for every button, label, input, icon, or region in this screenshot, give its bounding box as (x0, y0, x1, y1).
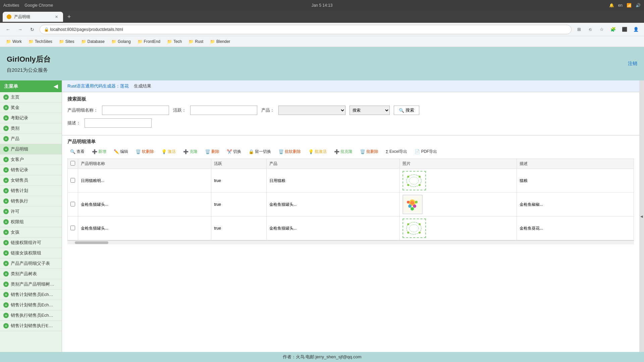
col-active: 活跃 (211, 159, 266, 169)
row-checkbox[interactable] (70, 202, 75, 206)
url-bar[interactable]: 🔒 localhost:8082/pages/productdetails.ht… (40, 25, 572, 34)
bookmark-blender[interactable]: 📁 Blender (207, 38, 233, 45)
sidebar-item-label: 权限组 (11, 219, 24, 225)
row-checkbox[interactable] (70, 178, 75, 183)
activities-label[interactable]: Activities (3, 3, 19, 8)
select-all-checkbox[interactable] (70, 161, 75, 166)
bookmark-golang[interactable]: 📁 Golang (109, 38, 133, 45)
product-select[interactable] (278, 106, 345, 115)
soft-delete-button[interactable]: 🗑️ 软删除 (133, 147, 157, 156)
col-description: 描述 (517, 159, 634, 169)
sidebar-item-product[interactable]: 产品 (0, 134, 62, 144)
view-button[interactable]: 🔍 查看 (67, 147, 87, 156)
keep-one-toggle-button[interactable]: 🔒 留一切换 (246, 147, 274, 156)
row-checkbox[interactable] (70, 226, 75, 230)
bookmark-frontend[interactable]: 📁 FrontEnd (135, 38, 163, 45)
excel-export-button[interactable]: Σ Excel导出 (383, 147, 410, 156)
sales-plan-icon (3, 188, 9, 193)
sales-record-icon (3, 167, 9, 173)
reload-button[interactable]: ↻ (28, 25, 37, 34)
sidebar-item-link-role-perm[interactable]: 链接权限组许可 (0, 238, 62, 248)
logout-button[interactable]: 注销 (628, 61, 637, 67)
bookmark-sites[interactable]: 📁 Sites (56, 38, 77, 45)
search-button[interactable]: 🔍 搜索 (394, 106, 419, 115)
share-icon[interactable]: ⎋ (586, 25, 595, 34)
description-input[interactable] (85, 118, 152, 128)
search-panel: 搜索面板 产品明细名称： 活跃： 产品： 搜索 🔍 搜索 描述： (62, 92, 639, 135)
h-scrollbar[interactable] (67, 240, 634, 244)
bookmark-work[interactable]: 📁 Work (3, 38, 24, 45)
sidebar-item-saleswoman[interactable]: 女销售员 (0, 175, 62, 186)
row-name: 金枪鱼猫罐头... (78, 217, 211, 240)
activate-button[interactable]: 💡 激活 (159, 147, 178, 156)
role-icon (3, 219, 9, 225)
folder-icon: 📁 (138, 39, 143, 44)
bookmark-database[interactable]: 📁 Database (78, 38, 107, 45)
bookmark-rust[interactable]: 📁 Rust (186, 38, 206, 45)
sidebar-item-exec-echarts[interactable]: 销售执行销售员Echarts (0, 310, 62, 321)
view-icon: 🔍 (70, 149, 75, 154)
sidebar-item-product-child[interactable]: 产品产品明细父子表 (0, 258, 62, 269)
sidebar-item-cat-prod-tree[interactable]: 类别产品产品明细树父... (0, 279, 62, 290)
sidebar-item-permission[interactable]: 许可 (0, 206, 62, 217)
sidebar-item-plan-exec-echarts[interactable]: 销售计划销售执行Echa (0, 321, 62, 331)
h-scrollbar-thumb[interactable] (75, 241, 108, 244)
sidebar-item-plan-echarts1[interactable]: 销售计划销售员Echarts (0, 290, 62, 300)
sidebar-item-girl[interactable]: 女孩 (0, 227, 62, 238)
sidebar-item-role[interactable]: 权限组 (0, 217, 62, 227)
soft-delete-icon: 🗑️ (136, 149, 141, 154)
edit-button[interactable]: ✏️ 编辑 (111, 147, 131, 156)
profile-icon[interactable]: 👤 (631, 25, 641, 34)
sidebar-item-home[interactable]: 主页 (0, 92, 62, 103)
bookmark-techsites[interactable]: 📁 TechSites (26, 38, 55, 45)
sidebar-item-category-tree[interactable]: 类别产品树表 (0, 269, 62, 279)
sidebar-item-plan-echarts2[interactable]: 销售计划销售员Echarts (0, 300, 62, 310)
right-panel-toggle[interactable]: ◀ (639, 80, 644, 352)
clone-button[interactable]: ➕ 克隆 (180, 147, 200, 156)
svg-point-4 (419, 176, 421, 178)
sidebar-item-attendance[interactable]: 考勤记录 (0, 113, 62, 123)
sidebar-item-sales-exec[interactable]: 销售执行 (0, 196, 62, 206)
sidebar-toggle-button[interactable]: ◀ (54, 83, 58, 89)
edit-icon: ✏️ (114, 149, 119, 154)
add-button[interactable]: ➕ 新增 (89, 147, 109, 156)
sidebar-title: 主菜单 (4, 83, 18, 89)
sidebar-item-bonus[interactable]: 奖金 (0, 103, 62, 113)
name-input[interactable] (102, 106, 169, 115)
batch-soft-delete-button[interactable]: 🗑️ 批软删除 (276, 147, 304, 156)
delete-icon: 🗑️ (205, 149, 210, 154)
batch-clone-button[interactable]: ➕ 批克隆 (331, 147, 355, 156)
translate-icon[interactable]: ⊞ (574, 25, 584, 34)
sidebar-item-label: 销售计划销售员Echarts (11, 302, 54, 308)
browser-name-label: Google Chrome (24, 3, 53, 8)
search-type-select[interactable]: 搜索 (350, 106, 390, 115)
sidebar-item-sales-plan[interactable]: 销售计划 (0, 186, 62, 196)
bell-icon: 🔔 (609, 3, 614, 8)
tab-close-button[interactable]: ✕ (54, 14, 59, 19)
sidebar-item-sales-record[interactable]: 销售记录 (0, 165, 62, 175)
batch-delete-button[interactable]: 🗑️ 批删除 (357, 147, 381, 156)
folder-icon: 📁 (29, 39, 34, 44)
breadcrumb-generator[interactable]: Rust语言通用代码生成器：莲花 (67, 83, 129, 89)
pdf-label: PDF导出 (421, 149, 437, 155)
product-child-icon (3, 261, 9, 266)
batch-activate-button[interactable]: 💡 批激活 (306, 147, 329, 156)
pdf-export-button[interactable]: 📄 PDF导出 (412, 147, 440, 156)
new-tab-button[interactable]: + (64, 12, 74, 21)
sidebar-item-product-detail[interactable]: 产品明细 (0, 144, 62, 155)
add-icon: ➕ (92, 149, 97, 154)
active-input[interactable] (190, 106, 257, 115)
sidebar-item-link-girl-role[interactable]: 链接女孩权限组 (0, 248, 62, 258)
sidebar-item-category[interactable]: 类别 (0, 123, 62, 134)
sidebar-item-label: 女孩 (11, 229, 19, 235)
delete-button[interactable]: 🗑️ 删除 (202, 147, 222, 156)
sidebar-item-customer[interactable]: 女客户 (0, 155, 62, 165)
bookmark-tech[interactable]: 📁 Tech (164, 38, 184, 45)
active-tab[interactable]: 产品明细 ✕ (3, 12, 63, 22)
bookmark-icon[interactable]: ☆ (597, 25, 606, 34)
back-button[interactable]: ← (3, 25, 13, 34)
extensions-icon[interactable]: 🧩 (608, 25, 618, 34)
forward-button[interactable]: → (15, 25, 25, 34)
toggle-button[interactable]: ✂️ 切换 (224, 147, 244, 156)
sidebar-icon[interactable]: ⬛ (620, 25, 629, 34)
